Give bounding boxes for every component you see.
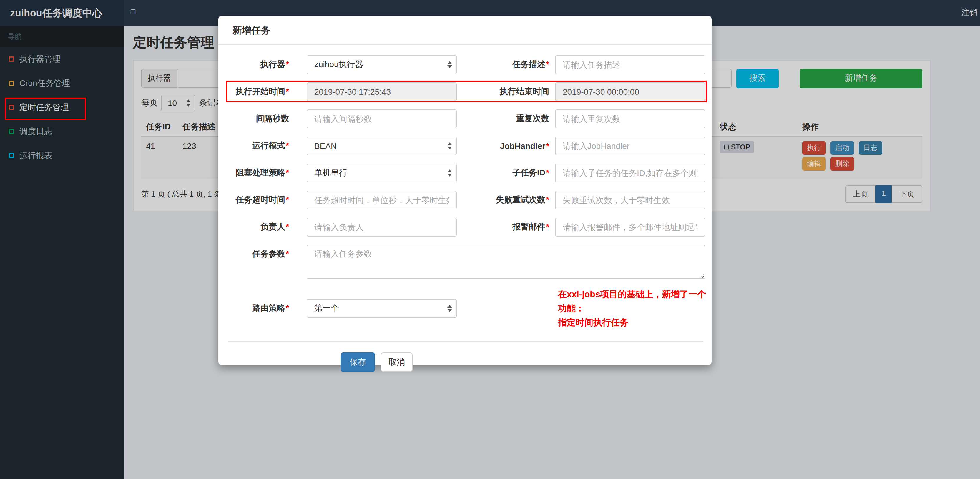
select-value: 单机串行 [314, 168, 347, 178]
select-value: zuihou执行器 [314, 59, 363, 70]
route-strategy-select[interactable]: 第一个 [307, 299, 457, 318]
select-arrows-icon [447, 142, 452, 150]
end-time-label: 执行结束时间 [457, 86, 549, 97]
author-input[interactable] [307, 218, 457, 237]
interval-label: 间隔秒数 [228, 114, 289, 124]
job-handler-label: JobHandler* [457, 141, 549, 151]
modal-header: 新增任务 [218, 16, 712, 45]
fail-retry-input[interactable] [555, 191, 705, 210]
child-job-id-label: 子任务ID* [457, 168, 549, 178]
run-mode-select[interactable]: BEAN [307, 137, 457, 155]
timeout-label: 任务超时时间* [228, 195, 289, 205]
select-arrows-icon [447, 61, 452, 68]
alarm-email-input[interactable] [555, 218, 705, 237]
author-label: 负责人* [228, 222, 289, 232]
interval-input[interactable] [307, 110, 457, 128]
child-job-id-input[interactable] [555, 164, 705, 182]
executor-select[interactable]: zuihou执行器 [307, 55, 457, 74]
save-button[interactable]: 保存 [341, 352, 375, 372]
start-time-label: 执行开始时间* [228, 86, 289, 97]
select-value: 第一个 [314, 303, 339, 313]
add-job-modal: 新增任务 执行器* zuihou执行器 任务描述* 执行开始时间* 执行结束时间… [218, 16, 712, 365]
modal-footer: 保存 取消 [218, 342, 712, 390]
select-value: BEAN [314, 141, 337, 151]
job-desc-input[interactable] [555, 55, 705, 74]
job-desc-label: 任务描述* [457, 59, 549, 70]
cancel-button[interactable]: 取消 [381, 352, 413, 372]
app-screen: zuihou任务调度中心 □ 注销 导航 执行器管理 Cron任务管理 定时任务… [0, 0, 980, 479]
alarm-email-label: 报警邮件* [457, 222, 549, 232]
block-strategy-select[interactable]: 单机串行 [307, 164, 457, 182]
end-time-input[interactable] [555, 83, 705, 101]
job-param-label: 任务参数* [228, 245, 289, 259]
select-arrows-icon [447, 169, 452, 177]
job-param-textarea[interactable] [307, 245, 705, 279]
run-mode-label: 运行模式* [228, 141, 289, 151]
modal-title: 新增任务 [232, 25, 270, 35]
start-time-input[interactable] [307, 83, 457, 101]
modal-body: 执行器* zuihou执行器 任务描述* 执行开始时间* 执行结束时间 间隔秒数… [218, 45, 712, 390]
fail-retry-label: 失败重试次数* [457, 195, 549, 205]
feature-note: 在xxl-jobs项目的基础上，新增了一个功能： 指定时间执行任务 [558, 287, 712, 329]
job-handler-input[interactable] [555, 137, 705, 155]
timeout-input[interactable] [307, 191, 457, 210]
select-arrows-icon [447, 305, 452, 312]
repeat-label: 重复次数 [457, 114, 549, 124]
repeat-input[interactable] [555, 110, 705, 128]
block-strategy-label: 阻塞处理策略* [228, 168, 289, 178]
route-strategy-label: 路由策略* [228, 303, 289, 313]
executor-label: 执行器* [228, 59, 289, 70]
